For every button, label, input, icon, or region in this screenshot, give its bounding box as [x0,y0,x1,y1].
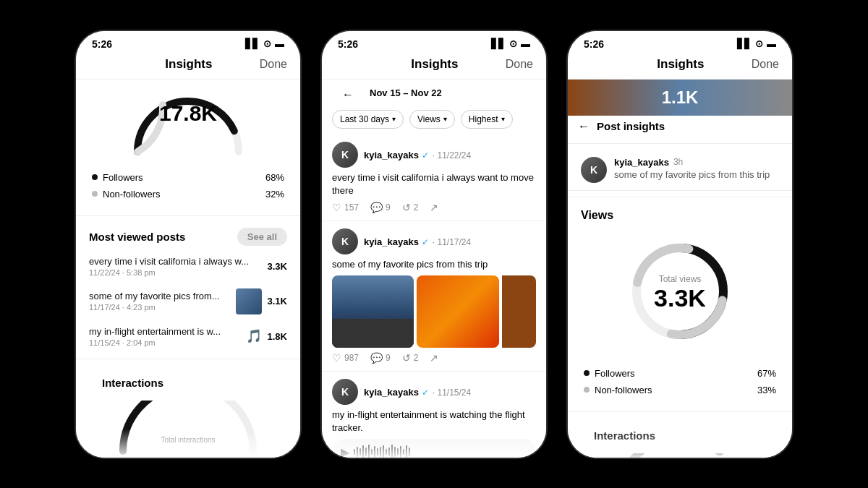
interactions-title-3: Interactions [581,424,779,446]
filter-label-2: Highest [469,114,498,124]
comment-count-0: 9 [386,202,391,213]
nonfollowers-label-1: Non-followers [103,189,160,200]
play-button[interactable]: ▶ [341,445,349,458]
status-icons-1: ▋▋ ⊙ ▬ [245,38,284,49]
status-bar-2: 5:26 ▋▋ ⊙ ▬ [322,31,546,53]
waveform [354,445,527,457]
retweet-action-0[interactable]: ↺ 2 [402,202,419,213]
status-bar-3: 5:26 ▋▋ ⊙ ▬ [568,31,792,53]
signal-icon: ▋▋ [245,38,260,49]
like-count-0: 157 [344,202,359,213]
battery-icon-3: ▬ [767,38,776,49]
legend-item-nonfollowers-3: Non-followers 33% [584,382,776,398]
post-item-1[interactable]: some of my favorite pics from... 11/17/2… [76,283,300,320]
interactions-section-1: Interactions Total interactions [76,365,300,458]
divider-3c [568,411,792,412]
tweet-2[interactable]: K kyia_kayaks ✓ · 11/15/24 my in-flight … [322,372,546,457]
retweet-action-1[interactable]: ↺ 2 [402,352,419,364]
followers-label-1: Followers [103,172,143,183]
svg-text:Total interactions: Total interactions [161,436,215,444]
tweet-1[interactable]: K kyia_kayaks ✓ · 11/17/24 some of my fa… [322,221,546,372]
legend-item-followers-1: Followers 68% [92,169,284,186]
interactions-chart-3: Total interactions [608,453,752,458]
post-item-2[interactable]: my in-flight entertainment is w... 11/15… [76,320,300,353]
tweet-0[interactable]: K kyia_kayaks ✓ · 11/22/24 every time i … [322,134,546,221]
phone-3: 5:26 ▋▋ ⊙ ▬ Insights Done 1.1K ← Post in… [568,31,792,458]
tweet-user-2: kyia_kayaks [364,387,419,398]
tweet-date-0: · 11/22/24 [433,150,471,160]
status-bar-1: 5:26 ▋▋ ⊙ ▬ [76,31,300,53]
filter-label-0: Last 30 days [340,114,389,124]
back-arrow[interactable]: ← [332,84,364,103]
tweet-text-0: every time i visit california i always w… [332,171,536,197]
phone-1: 5:26 ▋▋ ⊙ ▬ Insights Done 17.8K [76,31,300,458]
content-3: ← Post insights K kyia_kayaks 3h some of… [568,116,792,458]
interactions-title-1: Interactions [89,371,287,393]
verified-icon-0: ✓ [422,150,429,160]
signal-icon-2: ▋▋ [491,38,506,49]
time-3: 5:26 [584,38,604,50]
done-button-1[interactable]: Done [260,58,287,71]
content-2: ← Nov 15 – Nov 22 Last 30 days ▾ Views ▾… [322,80,546,458]
retweet-count-1: 2 [414,353,419,363]
back-arrow-3[interactable]: ← [578,120,590,133]
avatar-0: K [332,142,358,168]
header-1: Insights Done [76,53,300,80]
audio-bar: ▶ [332,439,536,457]
followers-pct-3: 67% [757,368,776,379]
see-all-button[interactable]: See all [237,228,287,246]
tweet-text-2: my in-flight entertainment is watching t… [332,408,536,435]
divider-3a [568,143,792,144]
header-2: Insights Done [322,53,546,80]
tweet-header-0: K kyia_kayaks ✓ · 11/22/24 [332,142,536,168]
retweet-icon-0: ↺ [402,202,411,213]
chevron-icon-1: ▾ [443,115,447,123]
post-item-0[interactable]: every time i visit california i always w… [76,250,300,283]
dot-followers-3 [584,370,590,376]
views-section: Views Total views 3.3K [568,203,792,358]
filter-chip-2[interactable]: Highest ▾ [461,110,513,129]
followers-label-3: Followers [595,368,635,379]
status-icons-2: ▋▋ ⊙ ▬ [491,38,530,49]
chevron-icon-2: ▾ [501,115,505,123]
status-icons-3: ▋▋ ⊙ ▬ [737,38,776,49]
share-action-1[interactable]: ↗ [430,352,438,364]
comment-icon-0: 💬 [370,202,383,213]
followers-pct-1: 68% [265,172,284,183]
filter-chip-1[interactable]: Views ▾ [409,110,455,129]
tweet-user-0: kyia_kayaks [364,150,419,160]
post-title-2: my in-flight entertainment is w... [89,326,239,337]
sub-header-3: ← Post insights [568,116,792,137]
like-action-0[interactable]: ♡ 157 [332,202,359,213]
like-count-1: 987 [344,353,359,363]
legend-3: Followers 67% Non-followers 33% [568,358,792,406]
post-count-0: 3.3K [268,261,287,272]
most-viewed-header: Most viewed posts See all [76,222,300,250]
comment-action-1[interactable]: 💬 9 [370,352,391,364]
comment-icon-1: 💬 [370,352,383,364]
top-number-3: 1.1K [662,87,699,108]
filter-chip-0[interactable]: Last 30 days ▾ [332,110,404,129]
header-3: Insights Done [568,53,792,80]
comment-action-0[interactable]: 💬 9 [370,202,391,213]
views-title: Views [581,209,779,222]
like-action-1[interactable]: ♡ 987 [332,352,359,364]
post-date-1: 11/17/24 · 4:23 pm [89,303,229,312]
avatar-post: K [581,157,607,183]
share-icon-1: ↗ [430,352,438,364]
comment-count-1: 9 [386,353,391,363]
phone-2: 5:26 ▋▋ ⊙ ▬ Insights Done ← Nov 15 – Nov… [322,31,546,458]
dot-nonfollowers-1 [92,191,98,197]
avatar-1: K [332,228,358,254]
battery-icon: ▬ [275,38,284,49]
share-action-0[interactable]: ↗ [430,202,438,213]
tweet-header-1: K kyia_kayaks ✓ · 11/17/24 [332,228,536,254]
done-button-2[interactable]: Done [506,58,533,71]
post-count-2: 1.8K [268,331,287,342]
done-button-3[interactable]: Done [752,58,779,71]
date-range: Nov 15 – Nov 22 [370,87,442,98]
legend-item-followers-3: Followers 67% [584,365,776,382]
tweet-date-1: · 11/17/24 [433,237,471,247]
audio-icon-2: 🎵 [246,328,262,344]
wifi-icon-2: ⊙ [509,38,517,49]
